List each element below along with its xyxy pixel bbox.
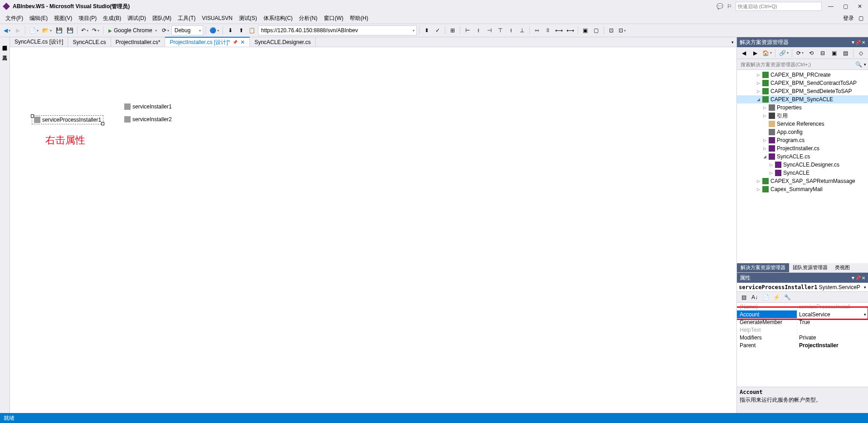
expander-icon[interactable]: ▷ <box>762 146 767 151</box>
notification-icon[interactable]: 💬 <box>717 3 723 10</box>
hspace-equal-button[interactable]: ⇿ <box>532 25 542 35</box>
expander-icon[interactable]: ▷ <box>762 138 767 143</box>
tree-node[interactable]: App.config <box>737 128 868 136</box>
solution-search-input[interactable] <box>739 62 855 67</box>
menu-生成(B)[interactable]: 生成(B) <box>100 14 124 23</box>
tree-node[interactable]: ▷CAPEX_BPM_SendDeleteToSAP <box>737 87 868 95</box>
flag-icon[interactable]: ⚐ <box>727 3 732 10</box>
doc-tab[interactable]: ProjectInstaller.cs* <box>111 37 166 47</box>
align-center-button[interactable]: ⫲ <box>473 25 483 35</box>
collapse-icon[interactable]: ⊟ <box>818 48 828 58</box>
tree-node[interactable]: ◢SyncACLE.cs <box>737 152 868 161</box>
back-icon[interactable]: ◀ <box>739 48 749 58</box>
tree-node[interactable]: ▷CAPEX_BPM_SendContractToSAP <box>737 79 868 87</box>
search-icon[interactable]: 🔍 <box>855 61 862 68</box>
categorized-icon[interactable]: ▤ <box>739 292 749 302</box>
property-row-GenerateMember[interactable]: GenerateMemberTrue <box>737 318 868 326</box>
events-icon[interactable]: ⚡ <box>771 292 781 302</box>
nav-back-button[interactable]: ◀ <box>2 25 12 35</box>
align-grid-button[interactable]: ⊞ <box>448 25 458 35</box>
component-serviceInstaller2[interactable]: serviceInstaller2 <box>122 115 174 123</box>
tree-node[interactable]: ▷引用 <box>737 112 868 120</box>
tree-node[interactable]: ▷Program.cs <box>737 136 868 144</box>
doc-tab[interactable]: SyncACLE.cs [设计] <box>10 37 68 47</box>
new-project-button[interactable]: 📄 <box>28 25 40 35</box>
tree-node[interactable]: ◢CAPEX_BPM_SyncACLE <box>737 95 868 103</box>
layer-button[interactable]: ⬍ <box>422 25 432 35</box>
panel-tab[interactable]: 解决方案资源管理器 <box>737 263 789 272</box>
tree-node[interactable]: ▷CAPEX_SAP_SAPReturnMassage <box>737 177 868 185</box>
menu-帮助(H)[interactable]: 帮助(H) <box>347 14 371 23</box>
tab-dropdown-icon[interactable]: ▾ <box>731 40 734 44</box>
align-left-button[interactable]: ⊢ <box>463 25 473 35</box>
menu-文件(F)[interactable]: 文件(F) <box>3 14 26 23</box>
menu-项目(P)[interactable]: 项目(P) <box>76 14 99 23</box>
props-close-icon[interactable] <box>862 275 865 281</box>
menu-视图(V)[interactable]: 视图(V) <box>51 14 75 23</box>
menu-编辑(E)[interactable]: 编辑(E) <box>27 14 50 23</box>
tree-node[interactable]: ▷Properties <box>737 103 868 112</box>
svn-update-button[interactable]: ⬇ <box>225 25 235 35</box>
menu-测试(S)[interactable]: 测试(S) <box>236 14 260 23</box>
expander-icon[interactable]: ◢ <box>762 154 767 159</box>
tree-node[interactable]: ▷Capex_SummaryMail <box>737 185 868 193</box>
undo-button[interactable]: ↶ <box>80 25 90 35</box>
svn-commit-button[interactable]: ⬆ <box>236 25 246 35</box>
property-row-HelpText[interactable]: HelpText <box>737 326 868 334</box>
same-width-button[interactable]: ⟷ <box>554 25 564 35</box>
toolbox-tab[interactable]: 工具箱 <box>0 49 9 54</box>
save-all-button[interactable]: 💾 <box>65 25 75 35</box>
expander-icon[interactable]: ▷ <box>756 73 761 77</box>
menu-窗口(W)[interactable]: 窗口(W) <box>321 14 346 23</box>
close-panel-icon[interactable] <box>862 39 865 45</box>
property-row-Parent[interactable]: ParentProjectInstaller <box>737 341 868 349</box>
panel-tab[interactable]: 团队资源管理器 <box>789 263 831 272</box>
expander-icon[interactable]: ▷ <box>756 179 761 183</box>
expander-icon[interactable]: ▷ <box>762 105 767 110</box>
align-right-button[interactable]: ⊣ <box>484 25 494 35</box>
refresh-button[interactable]: ⟳ <box>161 25 171 35</box>
expander-icon[interactable]: ◢ <box>756 97 761 102</box>
tab-order-button[interactable]: ⊡ <box>606 25 616 35</box>
align-middle-button[interactable]: ⫲ <box>506 25 516 35</box>
property-row-(Name)[interactable]: (Name)serviceProcessInstall <box>737 303 868 310</box>
solution-tree[interactable]: ▷CAPEX_BPM_PRCreate▷CAPEX_BPM_SendContra… <box>737 70 868 263</box>
sync-icon[interactable]: ⟲ <box>806 48 816 58</box>
pending-icon[interactable]: ⟳ <box>795 48 805 58</box>
svn-log-button[interactable]: 📋 <box>247 25 257 35</box>
expander-icon[interactable]: ▷ <box>769 171 773 175</box>
open-button[interactable]: 📂 <box>41 25 53 35</box>
maximize-button[interactable]: ▢ <box>840 2 851 11</box>
login-dropdown-icon[interactable]: ▢ <box>858 15 863 21</box>
alphabetical-icon[interactable]: A↓ <box>750 292 760 302</box>
menu-调试(D)[interactable]: 调试(D) <box>125 14 149 23</box>
save-button[interactable]: 💾 <box>54 25 64 35</box>
tree-node[interactable]: Service References <box>737 120 868 128</box>
home-icon[interactable]: 🏠 <box>761 48 772 58</box>
tree-node[interactable]: ▷SyncACLE <box>737 169 868 177</box>
redo-button[interactable]: ↷ <box>91 25 101 35</box>
dropdown-icon[interactable]: ▾ <box>852 39 854 45</box>
menu-工具(T)[interactable]: 工具(T) <box>175 14 198 23</box>
quick-launch-input[interactable] <box>736 2 822 11</box>
svn-button[interactable]: 🔵 <box>208 25 220 35</box>
menu-团队(M)[interactable]: 团队(M) <box>150 14 174 23</box>
expander-icon[interactable]: ▷ <box>756 81 761 85</box>
component-serviceInstaller1[interactable]: serviceInstaller1 <box>122 103 174 111</box>
forward-icon[interactable]: ▶ <box>750 48 760 58</box>
login-link[interactable]: 登录 <box>843 15 854 22</box>
bring-front-button[interactable]: ▣ <box>580 25 590 35</box>
designer-canvas[interactable]: serviceProcessInstaller1serviceInstaller… <box>10 47 736 413</box>
menu-体系结构(C)[interactable]: 体系结构(C) <box>261 14 296 23</box>
align-top-button[interactable]: ⊤ <box>495 25 505 35</box>
align-bottom-button[interactable]: ⊥ <box>517 25 527 35</box>
props-wrench-icon[interactable]: 🔧 <box>782 292 792 302</box>
component-serviceProcessInstaller1[interactable]: serviceProcessInstaller1 <box>32 115 103 124</box>
nav-forward-button[interactable]: ▶ <box>13 25 23 35</box>
svn-url-input[interactable]: https://120.76.40.150:8888/svn/ABInbev <box>258 25 417 35</box>
preview-icon[interactable]: ◇ <box>856 48 866 58</box>
properties-object-selector[interactable]: serviceProcessInstaller1 System.ServiceP… <box>737 283 868 292</box>
props-pin-icon[interactable] <box>855 275 861 281</box>
show-all-icon[interactable]: ▣ <box>829 48 839 58</box>
doc-tab[interactable]: ProjectInstaller.cs [设计]*📌✕ <box>165 37 250 47</box>
